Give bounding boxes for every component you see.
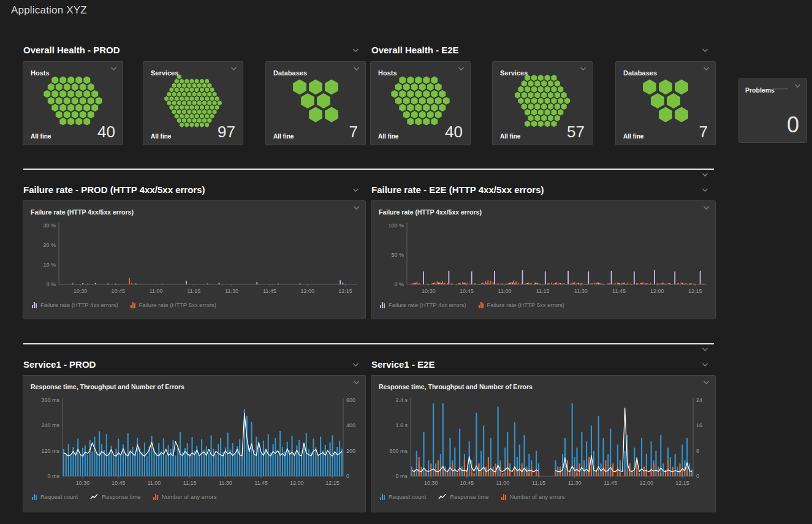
honeycomb-services-prod[interactable] — [143, 77, 243, 125]
honeycomb-hosts-prod[interactable] — [23, 77, 123, 125]
dashboard: Application XYZ Overall Health - PROD Ov… — [0, 0, 812, 524]
svg-text:11:45: 11:45 — [604, 480, 617, 486]
problems-count: 0 — [787, 114, 799, 136]
legend-item-errors[interactable]: Number of any errors — [153, 493, 217, 500]
legend-item-response-time[interactable]: Response time — [438, 493, 488, 500]
health-tile-databases-prod[interactable]: Databases All fine7 — [265, 61, 366, 145]
legend-label: Response time — [450, 493, 488, 500]
svg-text:120 ms: 120 ms — [41, 448, 59, 454]
chevron-down-icon[interactable] — [352, 205, 360, 211]
legend-label: Failure rate (HTTP 4xx errors) — [389, 302, 466, 308]
svg-text:11:45: 11:45 — [254, 480, 268, 486]
chevron-down-icon[interactable] — [701, 172, 709, 178]
legend-item-request-count[interactable]: Request count — [380, 493, 426, 500]
svg-text:10:45: 10:45 — [112, 288, 126, 294]
svg-text:600: 600 — [346, 397, 355, 403]
bar-chart-icon — [380, 302, 385, 308]
svg-text:10:45: 10:45 — [112, 480, 126, 486]
health-tile-services-prod[interactable]: Services All fine97 — [143, 61, 243, 145]
chevron-down-icon[interactable] — [352, 48, 360, 53]
svg-text:10:30: 10:30 — [424, 480, 438, 486]
svg-text:12:00: 12:00 — [300, 288, 314, 294]
legend-item-5xx[interactable]: Failure rate (HTTP 5xx errors) — [131, 302, 217, 308]
legend-item-response-time[interactable]: Response time — [90, 493, 140, 500]
legend-label: Number of any errors — [162, 493, 217, 500]
chevron-down-icon[interactable] — [701, 362, 709, 368]
svg-text:11:15: 11:15 — [532, 480, 545, 486]
chart-title: Response time, Throughput and Number of … — [379, 383, 533, 390]
svg-text:12:00: 12:00 — [640, 480, 654, 486]
problems-tile[interactable]: Problems 0 — [738, 78, 807, 143]
entity-count: 7 — [699, 124, 708, 140]
chart-tile-failure-e2e[interactable]: Failure rate (HTTP 4xx/5xx errors) 100 %… — [371, 200, 716, 319]
tile-title: Services — [500, 69, 528, 77]
chevron-down-icon[interactable] — [701, 48, 709, 53]
svg-text:360 ms: 360 ms — [41, 397, 59, 403]
health-tile-hosts-e2e[interactable]: Hosts All fine40 — [370, 61, 471, 145]
svg-text:200: 200 — [346, 448, 355, 454]
tile-title: Databases — [273, 69, 307, 77]
honeycomb-hosts-e2e[interactable] — [371, 77, 470, 125]
svg-text:10:30: 10:30 — [422, 288, 436, 294]
legend-item-4xx[interactable]: Failure rate (HTTP 4xx errors) — [32, 302, 118, 308]
tile-title: Services — [151, 69, 178, 77]
bar-chart-icon — [131, 302, 136, 308]
chevron-down-icon[interactable] — [702, 380, 710, 385]
chart-tile-service1-e2e[interactable]: Response time, Throughput and Number of … — [371, 375, 716, 512]
health-tile-hosts-prod[interactable]: Hosts All fine40 — [23, 61, 123, 145]
chevron-down-icon[interactable] — [457, 66, 465, 72]
chevron-down-icon[interactable] — [701, 347, 709, 352]
legend-item-request-count[interactable]: Request count — [32, 493, 78, 500]
chevron-down-icon[interactable] — [110, 66, 118, 72]
service1-prod-chart[interactable]: 360 ms240 ms120 ms0 ms600400200010:3010:… — [23, 393, 365, 491]
entity-count: 57 — [567, 124, 585, 140]
status-label: All fine — [623, 133, 643, 140]
legend-item-errors[interactable]: Number of any errors — [501, 493, 565, 500]
bar-chart-icon — [32, 302, 37, 308]
legend-label: Number of any errors — [510, 493, 565, 500]
chart-legend: Request count Response time Number of an… — [371, 491, 715, 500]
bar-chart-icon — [32, 493, 37, 500]
chevron-down-icon[interactable] — [352, 188, 360, 193]
health-tile-services-e2e[interactable]: Services All fine57 — [492, 61, 593, 145]
chart-title: Response time, Throughput and Number of … — [31, 383, 184, 390]
chart-tile-failure-prod[interactable]: Failure rate (HTTP 4xx/5xx errors) 30 %2… — [23, 200, 366, 319]
svg-text:11:15: 11:15 — [187, 288, 200, 294]
service1-e2e-chart[interactable]: 2.4 s1.6 s800 ms0 ms24168010:3010:4511:0… — [371, 393, 715, 491]
chevron-down-icon[interactable] — [352, 66, 360, 72]
section-title-health-prod: Overall Health - PROD — [23, 45, 120, 55]
svg-text:11:00: 11:00 — [148, 480, 161, 486]
section-title-failure-prod: Failure rate - PROD (HTTP 4xx/5xx errors… — [23, 184, 205, 195]
chevron-down-icon[interactable] — [702, 205, 710, 211]
svg-text:8: 8 — [696, 448, 699, 454]
legend-item-4xx[interactable]: Failure rate (HTTP 4xx errors) — [380, 302, 466, 308]
honeycomb-databases-prod[interactable] — [266, 77, 365, 125]
chevron-down-icon[interactable] — [352, 362, 360, 368]
legend-item-5xx[interactable]: Failure rate (HTTP 5xx errors) — [479, 302, 565, 308]
honeycomb-services-e2e[interactable] — [493, 77, 592, 125]
tile-title: Hosts — [378, 69, 397, 77]
chevron-down-icon[interactable] — [702, 66, 710, 72]
legend-label: Failure rate (HTTP 4xx errors) — [40, 302, 118, 308]
bar-chart-icon — [479, 302, 484, 308]
honeycomb-databases-e2e[interactable] — [616, 77, 715, 125]
chevron-down-icon[interactable] — [794, 83, 802, 89]
svg-text:11:30: 11:30 — [219, 480, 232, 486]
chevron-down-icon[interactable] — [701, 188, 709, 193]
svg-text:0 %: 0 % — [46, 281, 56, 287]
svg-text:10:30: 10:30 — [74, 288, 88, 294]
svg-text:800 ms: 800 ms — [389, 448, 408, 454]
line-chart-icon — [438, 493, 447, 500]
chevron-down-icon[interactable] — [579, 66, 587, 72]
svg-text:0 %: 0 % — [394, 281, 404, 287]
health-tile-databases-e2e[interactable]: Databases All fine7 — [615, 61, 716, 145]
chart-tile-service1-prod[interactable]: Response time, Throughput and Number of … — [23, 375, 366, 512]
status-label: All fine — [500, 133, 520, 140]
chevron-down-icon[interactable] — [352, 380, 360, 385]
chevron-down-icon[interactable] — [230, 66, 238, 72]
failure-rate-chart-e2e[interactable]: 100 %50 %0 %10:3010:4511:0011:1511:3011:… — [371, 218, 715, 299]
svg-text:240 ms: 240 ms — [41, 422, 59, 428]
status-label: All fine — [31, 133, 51, 140]
chart-title: Failure rate (HTTP 4xx/5xx errors) — [31, 208, 134, 216]
failure-rate-chart-prod[interactable]: 30 %20 %10 %0 %10:3010:4511:0011:1511:30… — [23, 218, 365, 299]
